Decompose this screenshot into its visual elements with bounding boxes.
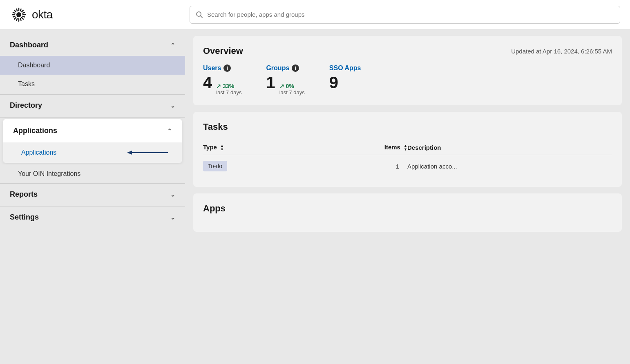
sidebar-item-oin-integrations[interactable]: Your OIN Integrations (0, 164, 185, 183)
nav-section-directory: Directory ⌄ (0, 95, 185, 116)
overview-updated: Updated at Apr 16, 2024, 6:26:55 AM (511, 48, 612, 55)
todo-badge: To-do (203, 161, 227, 171)
tasks-table-row: To-do 1 Application acco... (203, 155, 612, 178)
nav-section-settings: Settings ⌄ (0, 206, 185, 228)
nav-section-header-settings[interactable]: Settings ⌄ (0, 206, 185, 228)
apps-card: Apps (193, 193, 622, 232)
users-link-text: Users (203, 64, 221, 72)
svg-point-0 (16, 12, 21, 17)
groups-change: ↗ 0% last 7 days (279, 83, 305, 95)
logo-area: okta (10, 6, 190, 24)
nav-section-reports: Reports ⌄ (0, 184, 185, 205)
sidebar-item-label-tasks: Tasks (18, 80, 35, 88)
chevron-down-reports-icon: ⌄ (170, 191, 175, 198)
svg-line-18 (201, 16, 203, 18)
items-sort-icon[interactable]: ▲ ▼ (404, 144, 407, 151)
users-change: ↗ 33% last 7 days (216, 83, 241, 95)
arrow-annotation-svg (123, 148, 172, 157)
users-value-row: 4 ↗ 33% last 7 days (203, 73, 241, 95)
nav-section-label-settings: Settings (10, 213, 39, 222)
nav-section-header-dashboard[interactable]: Dashboard ⌃ (0, 34, 185, 56)
nav-section-header-directory[interactable]: Directory ⌄ (0, 95, 185, 116)
stat-sso-apps: SSO Apps 9 (329, 64, 361, 95)
task-items-cell: 1 (326, 155, 407, 178)
sidebar-item-dashboard[interactable]: Dashboard (0, 56, 185, 75)
sidebar-item-applications[interactable]: Applications (3, 142, 182, 163)
sso-apps-link-text: SSO Apps (329, 64, 361, 72)
tasks-col-items: Items ▲ ▼ (326, 140, 407, 155)
nav-section-label-dashboard: Dashboard (10, 41, 48, 49)
users-count: 4 (203, 73, 212, 92)
svg-marker-20 (127, 151, 132, 155)
groups-link-text: Groups (266, 64, 289, 72)
sidebar-item-label-dashboard: Dashboard (18, 62, 50, 69)
sidebar-item-label-applications: Applications (21, 149, 56, 156)
groups-info-icon[interactable]: i (292, 64, 299, 72)
svg-line-8 (22, 18, 23, 19)
tasks-col-description: Description (407, 140, 612, 155)
svg-line-9 (17, 9, 18, 11)
type-sort-icon[interactable]: ▲ ▼ (220, 144, 224, 151)
sidebar-item-label-oin: Your OIN Integrations (18, 170, 80, 178)
groups-period: last 7 days (279, 89, 305, 95)
overview-card: Overview Updated at Apr 16, 2024, 6:26:5… (193, 36, 622, 105)
search-bar[interactable] (190, 6, 620, 24)
arrow-annotation (123, 148, 172, 157)
stat-label-groups[interactable]: Groups i (266, 64, 304, 72)
main-layout: Dashboard ⌃ Dashboard Tasks Directory ⌄ … (0, 29, 630, 364)
svg-line-13 (13, 16, 15, 17)
users-period: last 7 days (216, 89, 241, 95)
svg-line-5 (14, 10, 16, 12)
groups-pct: ↗ 0% (279, 83, 305, 89)
tasks-table-body: To-do 1 Application acco... (203, 155, 612, 178)
tasks-table-head: Type ▲ ▼ Items ▲ ▼ (203, 140, 612, 155)
search-icon (196, 11, 203, 18)
chevron-up-icon: ⌃ (170, 42, 175, 49)
applications-panel-header[interactable]: Applications ⌃ (3, 119, 182, 142)
tasks-card-header: Tasks (203, 122, 612, 132)
stat-label-sso-apps[interactable]: SSO Apps (329, 64, 361, 72)
svg-line-7 (14, 18, 16, 19)
overview-card-header: Overview Updated at Apr 16, 2024, 6:26:5… (203, 46, 612, 56)
task-description-cell: Application acco... (407, 155, 612, 178)
svg-line-12 (22, 12, 25, 13)
search-input[interactable] (207, 11, 614, 18)
sidebar-item-tasks[interactable]: Tasks (0, 75, 185, 93)
divider-2 (0, 117, 185, 118)
users-info-icon[interactable]: i (223, 64, 231, 72)
apps-title: Apps (203, 203, 226, 214)
okta-logo-icon (10, 6, 28, 24)
applications-panel: Applications ⌃ Applications (3, 119, 182, 163)
stat-label-users[interactable]: Users i (203, 64, 241, 72)
svg-line-15 (17, 18, 18, 20)
sso-apps-count: 9 (329, 73, 338, 92)
chevron-down-settings-icon: ⌄ (170, 214, 175, 221)
groups-count: 1 (266, 73, 275, 92)
header: okta (0, 0, 630, 29)
stat-users: Users i 4 ↗ 33% last 7 days (203, 64, 241, 95)
nav-section-label-directory: Directory (10, 101, 42, 110)
nav-section-header-reports[interactable]: Reports ⌄ (0, 184, 185, 205)
svg-line-10 (20, 9, 21, 11)
tasks-table-header-row: Type ▲ ▼ Items ▲ ▼ (203, 140, 612, 155)
chevron-down-icon: ⌄ (170, 102, 175, 109)
apps-card-header: Apps (203, 203, 612, 214)
overview-title: Overview (203, 46, 243, 56)
svg-line-11 (13, 12, 15, 13)
nav-section-dashboard: Dashboard ⌃ Dashboard Tasks (0, 34, 185, 93)
svg-line-14 (22, 16, 25, 17)
sso-apps-value-row: 9 (329, 73, 361, 92)
stat-groups: Groups i 1 ↗ 0% last 7 days (266, 64, 304, 95)
sidebar: Dashboard ⌃ Dashboard Tasks Directory ⌄ … (0, 29, 185, 364)
groups-value-row: 1 ↗ 0% last 7 days (266, 73, 304, 95)
applications-panel-title: Applications (13, 127, 57, 135)
task-type-cell: To-do (203, 155, 326, 178)
tasks-table: Type ▲ ▼ Items ▲ ▼ (203, 140, 612, 177)
okta-wordmark: okta (32, 8, 53, 21)
users-pct: ↗ 33% (216, 83, 241, 89)
svg-line-16 (20, 18, 21, 20)
tasks-card: Tasks Type ▲ ▼ Items (193, 112, 622, 187)
tasks-title: Tasks (203, 122, 228, 132)
chevron-up-applications-icon: ⌃ (167, 128, 172, 134)
tasks-col-type: Type ▲ ▼ (203, 140, 326, 155)
